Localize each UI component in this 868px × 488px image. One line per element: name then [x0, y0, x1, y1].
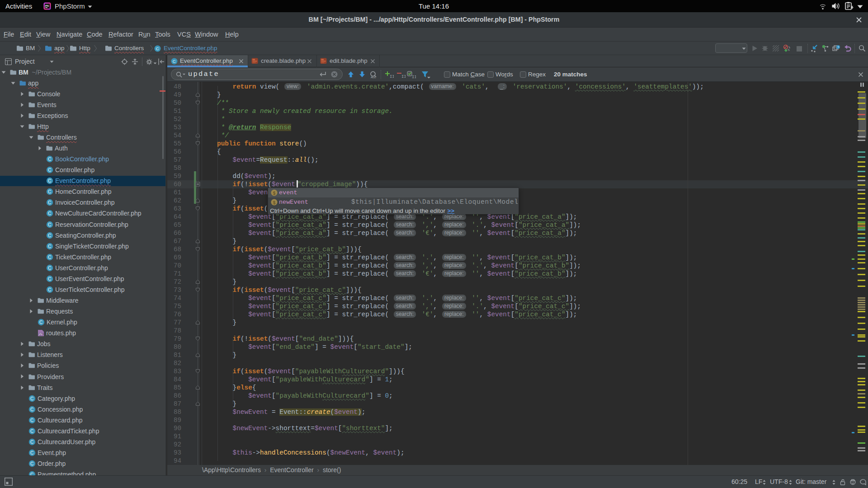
svg-text:C: C: [30, 461, 33, 466]
svg-text:C: C: [48, 178, 51, 183]
svg-text:$: $: [273, 191, 276, 196]
svg-text:C: C: [48, 287, 51, 292]
svg-text:C: C: [30, 429, 33, 434]
svg-text:C: C: [48, 211, 51, 216]
svg-text:C: C: [30, 440, 33, 445]
svg-text:PS: PS: [45, 5, 49, 7]
svg-text:C: C: [30, 396, 33, 401]
svg-text:C: C: [48, 266, 51, 271]
svg-text:C: C: [48, 222, 51, 227]
svg-text:C: C: [173, 59, 176, 64]
svg-text:C: C: [30, 450, 33, 455]
svg-text:C: C: [48, 233, 51, 238]
svg-text:C: C: [48, 157, 51, 162]
svg-text:php: php: [39, 333, 42, 335]
svg-text:II: II: [390, 75, 394, 79]
svg-text:C: C: [48, 200, 51, 205]
svg-text:C: C: [48, 277, 51, 282]
svg-text:II: II: [412, 75, 416, 79]
svg-text:C: C: [48, 168, 51, 173]
svg-text:C: C: [48, 255, 51, 260]
svg-text:C: C: [30, 472, 33, 475]
svg-text:C: C: [39, 320, 42, 325]
svg-text:C: C: [48, 189, 51, 194]
svg-text:C: C: [30, 418, 33, 423]
svg-text:C: C: [156, 46, 159, 51]
svg-text:ALL: ALL: [371, 76, 376, 79]
svg-text:C: C: [30, 407, 33, 412]
svg-text:II: II: [401, 75, 406, 79]
svg-text:$: $: [273, 201, 276, 206]
svg-text:C: C: [48, 244, 51, 249]
